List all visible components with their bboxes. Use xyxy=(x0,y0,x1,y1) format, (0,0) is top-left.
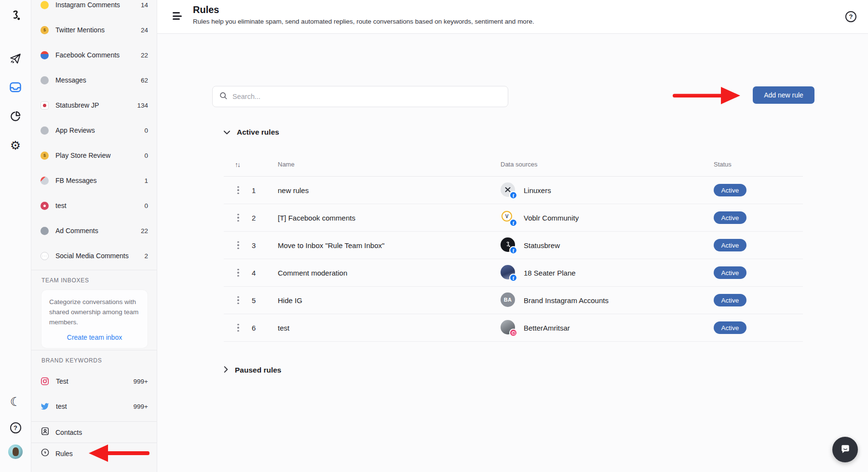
sidebar-item-label: Play Store Review xyxy=(55,152,144,159)
unread-count: 22 xyxy=(141,227,148,235)
row-menu-icon[interactable] xyxy=(235,214,242,222)
status-badge[interactable]: Active xyxy=(714,266,746,279)
row-menu-icon[interactable] xyxy=(235,324,242,332)
team-inboxes-description: Categorize conversations with shared own… xyxy=(49,297,140,328)
sidebar-item-play-store-review[interactable]: $ Play Store Review 0 xyxy=(31,143,157,168)
rocket-icon xyxy=(41,177,49,185)
sidebar-item-statusbrew-jp[interactable]: Statusbrew JP 134 xyxy=(31,93,157,118)
rule-name: [T] Facebook comments xyxy=(278,214,501,222)
brand-keywords-heading: BRAND KEYWORDS xyxy=(31,350,157,364)
paused-rules-toggle[interactable]: Paused rules xyxy=(224,366,282,375)
row-number: 3 xyxy=(252,241,278,250)
status-badge[interactable]: Active xyxy=(714,184,746,196)
inbox-icon[interactable] xyxy=(7,79,24,96)
dark-mode-icon[interactable]: ☾ xyxy=(7,393,24,410)
sidebar-item-label: Facebook Comments xyxy=(55,51,141,59)
money-bag-icon: $ xyxy=(41,26,49,34)
data-source-name: BetterAmritsar xyxy=(524,324,570,332)
brand-keyword-test-twitter[interactable]: test 999+ xyxy=(31,394,157,419)
statusbrew-logo-icon[interactable] xyxy=(7,8,24,24)
row-menu-icon[interactable] xyxy=(235,241,242,250)
status-badge[interactable]: Active xyxy=(714,211,746,224)
sidebar-item-fb-messages[interactable]: FB Messages 1 xyxy=(31,168,157,193)
table-row[interactable]: 6 test BetterAmritsar Active xyxy=(224,314,803,342)
sort-icon[interactable]: ↑↓ xyxy=(235,161,252,168)
sidebar-item-label: Ad Comments xyxy=(55,227,141,235)
table-row[interactable]: 5 Hide IG BA Brand Instagram Accounts Ac… xyxy=(224,287,803,314)
create-team-inbox-link[interactable]: Create team inbox xyxy=(49,333,140,341)
unread-count: 0 xyxy=(144,127,148,134)
rail-help-icon[interactable]: ? xyxy=(7,419,24,436)
sidebar-item-label: Messages xyxy=(55,76,141,84)
row-number: 4 xyxy=(252,269,278,277)
unread-count: 2 xyxy=(144,252,148,260)
unread-count: 1 xyxy=(144,177,148,184)
table-row[interactable]: 4 Comment moderation f 18 Seater Plane A… xyxy=(224,259,803,287)
chat-bubble-icon xyxy=(840,443,851,457)
contacts-icon xyxy=(41,427,50,438)
sidebar-item-ad-comments[interactable]: Ad Comments 22 xyxy=(31,218,157,243)
rule-name: test xyxy=(278,324,501,332)
brand-keyword-test-instagram[interactable]: Test 999+ xyxy=(31,369,157,394)
sidebar-item-rules[interactable]: Rules xyxy=(31,443,157,464)
row-number: 6 xyxy=(252,324,278,332)
sidebar-item-instagram-comments[interactable]: Instagram Comments 14 xyxy=(31,0,157,17)
status-badge[interactable]: Active xyxy=(714,239,746,251)
data-source-name: Linuxers xyxy=(524,186,551,194)
page-header: Rules Rules help you eliminate spam, sen… xyxy=(157,0,868,34)
dove-icon xyxy=(41,227,49,235)
data-source-avatar: V f xyxy=(501,210,516,225)
unread-count: 0 xyxy=(144,152,148,159)
table-row[interactable]: 3 Move to Inbox "Rule Team Inbox" f Stat… xyxy=(224,232,803,259)
facebook-badge-icon: f xyxy=(509,191,517,199)
sidebar-item-label: Statusbrew JP xyxy=(55,101,137,109)
active-rules-toggle[interactable]: Active rules xyxy=(224,128,279,137)
sidebar-item-facebook-comments[interactable]: Facebook Comments 22 xyxy=(31,42,157,68)
speech-balloon-icon: ··· xyxy=(41,252,49,260)
row-menu-icon[interactable] xyxy=(235,269,242,277)
chat-launcher-button[interactable] xyxy=(832,437,858,462)
unread-count: 24 xyxy=(141,27,148,34)
column-data-sources: Data sources xyxy=(501,161,714,168)
unread-count: 14 xyxy=(141,1,148,9)
sidebar-item-label: Twitter Mentions xyxy=(55,26,141,34)
sidebar-item-contacts[interactable]: Contacts xyxy=(31,421,157,443)
page-title: Rules xyxy=(193,4,534,15)
unread-count: 22 xyxy=(141,52,148,59)
active-rules-table: ↑↓ Name Data sources Status 1 new rules … xyxy=(224,153,803,342)
publish-icon[interactable] xyxy=(7,51,24,67)
sidebar-item-twitter-mentions[interactable]: $ Twitter Mentions 24 xyxy=(31,17,157,42)
data-source-name: Voblr Community xyxy=(524,214,579,222)
help-icon[interactable]: ? xyxy=(845,11,856,22)
row-number: 2 xyxy=(252,214,278,222)
icon-rail: ⚙ ☾ ? xyxy=(0,0,31,472)
data-source-name: Statusbrew xyxy=(524,241,560,250)
status-badge[interactable]: Active xyxy=(714,294,746,306)
sidebar-item-app-reviews[interactable]: App Reviews 0 xyxy=(31,118,157,143)
keyword-count: 999+ xyxy=(134,403,148,410)
menu-toggle-icon[interactable] xyxy=(173,12,182,22)
sidebar-item-social-media-comments[interactable]: ··· Social Media Comments 2 xyxy=(31,243,157,268)
active-rules-label: Active rules xyxy=(237,128,279,137)
settings-icon[interactable]: ⚙ xyxy=(7,137,24,153)
row-menu-icon[interactable] xyxy=(235,296,242,305)
sidebar-item-messages[interactable]: Messages 62 xyxy=(31,68,157,93)
table-row[interactable]: 1 new rules f Linuxers Active xyxy=(224,177,803,204)
table-row[interactable]: 2 [T] Facebook comments V f Voblr Commun… xyxy=(224,204,803,232)
person-meditating-icon xyxy=(41,51,49,59)
search-input[interactable] xyxy=(232,93,501,100)
search-icon xyxy=(219,92,228,102)
brand-keywords-section: BRAND KEYWORDS Test 999+ test 999+ xyxy=(31,350,157,419)
shushing-face-icon xyxy=(41,1,49,9)
chevron-down-icon xyxy=(224,128,230,137)
sidebar-item-label: Social Media Comments xyxy=(55,252,144,260)
sidebar-item-test[interactable]: test 0 xyxy=(31,193,157,218)
add-new-rule-button[interactable]: Add new rule xyxy=(753,86,814,104)
reports-icon[interactable] xyxy=(7,108,24,125)
team-inboxes-section: TEAM INBOXES Categorize conversations wi… xyxy=(31,270,157,348)
user-avatar[interactable] xyxy=(7,444,24,460)
rule-name: Hide IG xyxy=(278,296,501,305)
row-menu-icon[interactable] xyxy=(235,186,242,194)
sidebar-item-label: App Reviews xyxy=(55,126,144,134)
status-badge[interactable]: Active xyxy=(714,321,746,334)
